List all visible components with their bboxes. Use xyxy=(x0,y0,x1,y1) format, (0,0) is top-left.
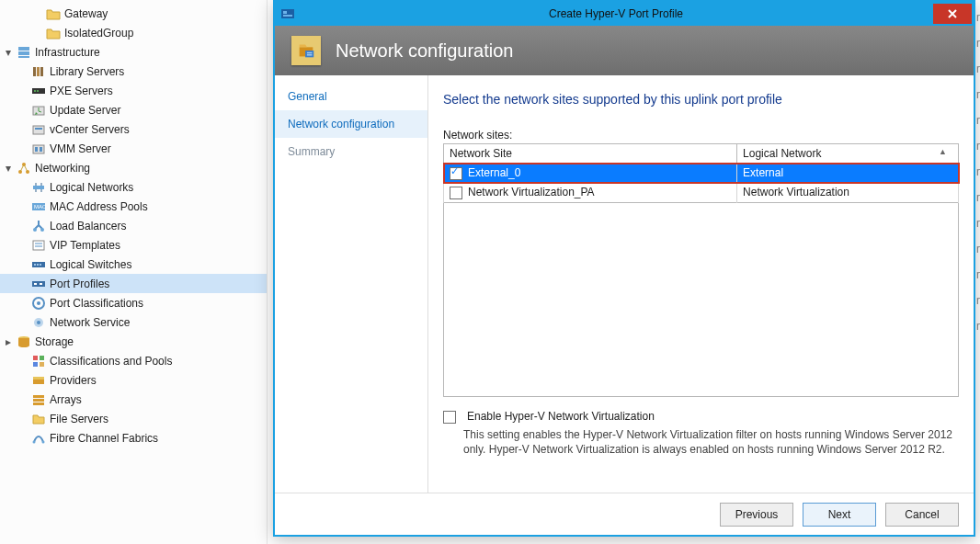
pxe-icon xyxy=(31,84,46,98)
logicalnet-icon xyxy=(31,180,46,195)
svg-point-22 xyxy=(40,228,44,232)
enable-hnv-option[interactable]: Enable Hyper-V Network Virtualization xyxy=(443,410,959,424)
tree-item-networking[interactable]: ▾Networking xyxy=(0,158,267,177)
network-sites-table[interactable]: Network Site Logical Network▲ External_0… xyxy=(443,143,959,397)
create-port-profile-dialog: Create Hyper-V Port Profile Network conf… xyxy=(273,0,975,537)
tree-item-file-servers[interactable]: File Servers xyxy=(0,409,267,428)
svg-rect-53 xyxy=(307,54,313,55)
svg-rect-2 xyxy=(18,56,29,58)
tree-item-isolatedgroup[interactable]: IsolatedGroup xyxy=(0,23,267,42)
table-row[interactable]: Network Virtualization_PANetwork Virtual… xyxy=(444,183,959,202)
tree-item-classifications-and-pools[interactable]: Classifications and Pools xyxy=(0,351,267,370)
tree-item-infrastructure[interactable]: ▾Infrastructure xyxy=(0,42,267,62)
svg-point-45 xyxy=(33,440,36,443)
svg-rect-30 xyxy=(40,283,42,285)
table-empty-area xyxy=(443,203,959,397)
svg-point-46 xyxy=(42,440,45,443)
row-checkbox[interactable] xyxy=(450,187,462,199)
dialog-titlebar[interactable]: Create Hyper-V Port Profile xyxy=(275,2,974,26)
svg-rect-39 xyxy=(40,362,44,367)
tree-item-fibre-channel-fabrics[interactable]: Fibre Channel Fabrics xyxy=(0,428,267,448)
tree-item-label: IsolatedGroup xyxy=(64,27,263,40)
wizard-steps: General Network configuration Summary xyxy=(275,75,428,493)
tree-item-vcenter-servers[interactable]: vCenter Servers xyxy=(0,119,267,139)
tree-item-label: PXE Servers xyxy=(50,85,263,97)
mac-icon: MAC xyxy=(31,199,46,214)
next-button[interactable]: Next xyxy=(803,503,876,527)
tree-item-label: Library Servers xyxy=(50,65,263,78)
dialog-banner: Network configuration xyxy=(275,26,974,75)
svg-rect-38 xyxy=(33,362,38,367)
tree-item-label: Port Classifications xyxy=(50,297,263,310)
enable-hnv-hint: This setting enables the Hyper-V Network… xyxy=(463,427,959,457)
step-general[interactable]: General xyxy=(275,83,427,110)
fileservers-icon xyxy=(31,412,46,426)
banner-title: Network configuration xyxy=(336,40,513,62)
close-button[interactable] xyxy=(933,4,972,24)
svg-point-8 xyxy=(37,90,39,92)
svg-rect-42 xyxy=(33,395,44,398)
storage-icon xyxy=(17,334,31,349)
tree-item-load-balancers[interactable]: Load Balancers xyxy=(0,216,267,235)
banner-icon xyxy=(291,36,321,65)
tree-item-logical-switches[interactable]: Logical Switches xyxy=(0,255,267,274)
wizard-content: Select the network sites supported by th… xyxy=(428,75,974,493)
folder-icon xyxy=(46,26,61,40)
svg-rect-25 xyxy=(34,264,36,266)
tree-item-storage[interactable]: ▸Storage xyxy=(0,332,267,351)
fabric-tree[interactable]: GatewayIsolatedGroup▾InfrastructureLibra… xyxy=(0,0,268,544)
folder-icon xyxy=(46,6,61,21)
tree-item-network-service[interactable]: Network Service xyxy=(0,312,267,332)
svg-rect-23 xyxy=(33,241,44,250)
network-icon xyxy=(17,161,31,176)
tree-item-arrays[interactable]: Arrays xyxy=(0,390,267,409)
instruction-text: Select the network sites supported by th… xyxy=(443,92,959,107)
fibre-icon xyxy=(31,431,46,446)
tree-item-vip-templates[interactable]: VIP Templates xyxy=(0,235,267,255)
step-summary[interactable]: Summary xyxy=(275,138,427,165)
svg-text:MAC: MAC xyxy=(34,204,46,210)
service-icon xyxy=(31,315,46,330)
svg-rect-36 xyxy=(33,356,38,360)
tree-item-port-classifications[interactable]: Port Classifications xyxy=(0,293,267,312)
row-checkbox[interactable] xyxy=(450,167,462,180)
portprofile-icon xyxy=(31,277,46,291)
svg-rect-4 xyxy=(37,67,40,76)
svg-rect-44 xyxy=(33,402,44,405)
cell-site: Network Virtualization_PA xyxy=(468,186,595,198)
previous-button[interactable]: Previous xyxy=(720,503,793,527)
server-icon xyxy=(17,45,31,60)
tree-item-library-servers[interactable]: Library Servers xyxy=(0,62,267,81)
enable-hnv-checkbox[interactable] xyxy=(443,411,456,424)
tree-item-label: Networking xyxy=(35,162,263,175)
col-network-site[interactable]: Network Site xyxy=(444,144,737,164)
update-icon xyxy=(31,103,46,118)
arrays-icon xyxy=(31,392,46,407)
tree-item-gateway[interactable]: Gateway xyxy=(0,4,267,23)
tree-item-port-profiles[interactable]: Port Profiles xyxy=(0,274,267,293)
svg-rect-14 xyxy=(40,147,42,152)
table-row[interactable]: External_0External xyxy=(444,164,959,183)
tree-item-logical-networks[interactable]: Logical Networks xyxy=(0,177,267,197)
step-network-configuration[interactable]: Network configuration xyxy=(275,110,427,138)
svg-rect-13 xyxy=(35,147,38,152)
cancel-button[interactable]: Cancel xyxy=(885,503,959,527)
tree-item-pxe-servers[interactable]: PXE Servers xyxy=(0,81,267,100)
providers-icon xyxy=(31,373,46,388)
expander-icon[interactable]: ▾ xyxy=(4,164,13,173)
tree-item-update-server[interactable]: Update Server xyxy=(0,100,267,119)
tree-item-providers[interactable]: Providers xyxy=(0,370,267,390)
col-logical-network[interactable]: Logical Network▲ xyxy=(737,144,959,164)
tree-item-mac-address-pools[interactable]: MACMAC Address Pools xyxy=(0,197,267,216)
expander-icon[interactable]: ▾ xyxy=(4,48,13,57)
tree-item-vmm-server[interactable]: VMM Server xyxy=(0,139,267,158)
svg-rect-18 xyxy=(33,186,44,189)
tree-item-label: Logical Switches xyxy=(50,258,263,271)
switch-icon xyxy=(31,257,46,272)
svg-point-21 xyxy=(33,228,37,232)
enable-hnv-label: Enable Hyper-V Network Virtualization xyxy=(467,410,655,423)
svg-rect-3 xyxy=(33,67,36,76)
expander-icon[interactable]: ▸ xyxy=(4,337,13,346)
tree-item-label: Port Profiles xyxy=(50,278,263,290)
grid-markers: rrrrrrrrrrrrr xyxy=(976,11,980,333)
